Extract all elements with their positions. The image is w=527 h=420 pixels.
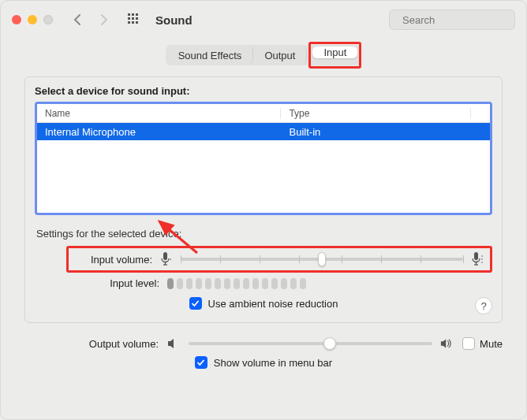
tab-sound-effects[interactable]: Sound Effects <box>167 46 254 64</box>
svg-rect-7 <box>132 21 134 24</box>
select-device-prompt: Select a device for sound input: <box>35 85 492 97</box>
chevron-right-icon <box>100 14 108 25</box>
output-volume-label: Output volume: <box>24 338 166 350</box>
svg-point-19 <box>481 255 483 257</box>
grid-icon <box>128 13 140 26</box>
output-volume-section: Output volume: Mute Show volume in menu … <box>24 337 503 369</box>
traffic-lights <box>12 15 53 24</box>
input-volume-thumb[interactable] <box>318 252 326 266</box>
search-field[interactable] <box>389 9 515 30</box>
microphone-low-icon <box>160 251 173 267</box>
svg-rect-2 <box>136 13 138 16</box>
noise-reduction-checkbox[interactable] <box>189 297 202 310</box>
chevron-left-icon <box>73 14 81 25</box>
input-volume-slider[interactable] <box>160 251 485 267</box>
input-panel: Select a device for sound input: Name Ty… <box>24 76 503 323</box>
svg-rect-6 <box>128 21 130 24</box>
svg-rect-5 <box>136 17 138 20</box>
device-type-cell: Built-in <box>282 126 471 138</box>
input-device-table: Name Type Internal Microphone Built-in <box>35 102 492 215</box>
settings-for-device-label: Settings for the selected device: <box>36 228 492 240</box>
zoom-window-button[interactable] <box>43 15 53 24</box>
svg-rect-1 <box>132 13 134 16</box>
column-header-type[interactable]: Type <box>281 108 471 119</box>
tab-output[interactable]: Output <box>253 46 307 64</box>
tabs-container: Sound Effects Output Input <box>1 45 526 65</box>
back-button[interactable] <box>67 10 88 29</box>
forward-button[interactable] <box>94 10 114 29</box>
speaker-high-icon <box>440 338 454 349</box>
svg-rect-3 <box>128 17 130 20</box>
window-title: Sound <box>155 13 192 27</box>
svg-point-21 <box>481 262 483 263</box>
checkmark-icon <box>196 359 205 367</box>
tabs-segmented-control: Sound Effects Output Input <box>166 45 362 65</box>
checkmark-icon <box>191 299 200 308</box>
mute-checkbox[interactable] <box>462 337 475 350</box>
close-window-button[interactable] <box>12 15 21 24</box>
noise-reduction-label: Use ambient noise reduction <box>208 298 338 310</box>
microphone-high-icon <box>471 251 485 267</box>
menu-bar-volume-label: Show volume in menu bar <box>214 357 332 369</box>
svg-rect-0 <box>128 13 130 16</box>
search-input[interactable] <box>401 13 527 27</box>
svg-rect-16 <box>474 252 478 260</box>
speaker-low-icon <box>166 338 181 349</box>
svg-rect-4 <box>132 17 134 20</box>
svg-point-20 <box>481 258 483 260</box>
table-header: Name Type <box>37 104 490 123</box>
svg-rect-12 <box>163 252 167 260</box>
column-header-name[interactable]: Name <box>37 108 281 119</box>
help-icon: ? <box>480 300 486 312</box>
help-button[interactable]: ? <box>475 297 492 314</box>
tab-input[interactable]: Input <box>312 46 357 58</box>
titlebar: Sound <box>1 1 526 39</box>
svg-point-15 <box>170 258 171 260</box>
output-volume-slider[interactable] <box>189 342 432 345</box>
menu-bar-volume-checkbox[interactable] <box>195 356 207 369</box>
svg-rect-8 <box>136 21 138 24</box>
input-volume-label: Input volume: <box>73 254 160 266</box>
show-all-button[interactable] <box>124 10 144 29</box>
input-level-label: Input level: <box>66 277 167 289</box>
minimize-window-button[interactable] <box>28 15 37 24</box>
table-row[interactable]: Internal Microphone Built-in <box>37 123 490 140</box>
input-level-meter <box>167 278 492 289</box>
noise-reduction-row: Use ambient noise reduction <box>35 297 492 310</box>
mute-label: Mute <box>480 338 503 350</box>
device-name-cell: Internal Microphone <box>37 126 282 138</box>
output-volume-thumb[interactable] <box>323 337 336 350</box>
